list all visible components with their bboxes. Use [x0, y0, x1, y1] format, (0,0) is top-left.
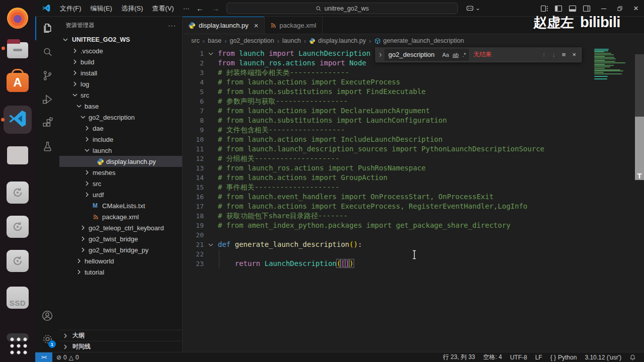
tree-item[interactable]: log	[59, 78, 182, 89]
close-tab-icon[interactable]: ×	[254, 22, 259, 29]
tab-package.xml[interactable]: package.xml	[265, 17, 323, 34]
menu-item-3[interactable]: 查看(V)	[147, 2, 178, 15]
code-line[interactable]: 6# 参数声明与获取-----------------	[183, 97, 644, 106]
close-window-button[interactable]: ×	[628, 0, 644, 17]
tree-item[interactable]: go2_teleop_ctrl_keyboard	[59, 222, 182, 233]
dock-disk-tool-1[interactable]	[6, 180, 30, 205]
code-line[interactable]: 20	[183, 230, 644, 240]
status-item[interactable]: LF	[531, 354, 546, 361]
breadcrumb-item[interactable]: go2_description	[229, 37, 274, 44]
breadcrumb-item[interactable]: display.launch.py	[309, 37, 366, 44]
toggle-replace-icon[interactable]	[376, 47, 384, 62]
find-in-selection-icon[interactable]: ≡	[562, 51, 566, 58]
tree-item[interactable]: install	[59, 67, 182, 78]
nav-back-icon[interactable]: ←	[196, 4, 204, 13]
tree-item[interactable]: go2_description	[59, 112, 182, 123]
regex-toggle[interactable]: .*	[461, 52, 467, 58]
dock-terminal[interactable]	[6, 143, 30, 167]
code-line[interactable]: 3# 封装终端指令相关类--------------	[183, 68, 644, 77]
breadcrumb-item[interactable]: launch	[282, 37, 301, 44]
tree-item[interactable]: meshes	[59, 167, 182, 178]
status-item[interactable]: UTF-8	[506, 354, 531, 361]
code-line[interactable]: 21def generate_launch_description():	[183, 240, 644, 249]
tree-item[interactable]: MCMakeLists.txt	[59, 200, 182, 211]
code-line[interactable]: 17# from launch.actions import ExecutePr…	[183, 202, 644, 211]
whole-word-toggle[interactable]: ab	[451, 52, 459, 58]
dock-disk-tool-2[interactable]	[6, 215, 30, 239]
activity-extensions[interactable]	[35, 111, 59, 135]
status-item[interactable]: 空格: 4	[479, 353, 506, 361]
code-line[interactable]: 18# 获取功能包下share目录路径-------	[183, 211, 644, 221]
code-line[interactable]: 9# 文件包含相关------------------	[183, 125, 644, 135]
code-line[interactable]: 14# from launch.actions import GroupActi…	[183, 173, 644, 183]
toggle-primary-sidebar-icon[interactable]	[554, 5, 562, 13]
status-item[interactable]	[625, 354, 640, 361]
menu-item-2[interactable]: 选择(S)	[117, 2, 147, 15]
tree-item[interactable]: src	[59, 89, 182, 101]
code-editor[interactable]: 1from launch import LaunchDescription2fr…	[183, 47, 644, 268]
tree-item[interactable]: go2_twist_bridge	[59, 233, 182, 244]
menu-more-icon[interactable]: ···	[179, 3, 194, 14]
dock-vscode[interactable]	[4, 106, 32, 134]
find-next-icon[interactable]: ↓	[552, 51, 555, 58]
code-line[interactable]: 8# from launch.substitutions import Laun…	[183, 116, 644, 125]
code-line[interactable]: 10# from launch.actions import IncludeLa…	[183, 135, 644, 144]
code-line[interactable]: 11# from launch.launch_description_sourc…	[183, 144, 644, 154]
activity-run-debug[interactable]	[35, 87, 59, 111]
minimap[interactable]	[592, 49, 635, 129]
match-case-toggle[interactable]: Aa	[441, 52, 450, 58]
tree-item[interactable]: build	[59, 56, 182, 67]
status-item[interactable]: { }Python	[546, 354, 581, 361]
dock-file-manager[interactable]	[6, 36, 30, 60]
breadcrumb-item[interactable]: generate_launch_description	[374, 37, 464, 44]
code-line[interactable]: 19# from ament_index_python.packages imp…	[183, 221, 644, 230]
customize-layout-icon[interactable]	[540, 5, 548, 13]
code-line[interactable]: 7# from launch.actions import DeclareLau…	[183, 106, 644, 116]
settings-button[interactable]: 1	[35, 327, 59, 351]
find-previous-icon[interactable]: ↑	[542, 51, 546, 58]
activity-explorer[interactable]	[35, 17, 59, 40]
toggle-panel-icon[interactable]	[569, 5, 577, 13]
breadcrumb-item[interactable]: src	[191, 37, 200, 44]
activity-testing[interactable]	[35, 135, 59, 158]
dock-show-applications[interactable]	[6, 333, 30, 357]
command-center-search[interactable]: unitree_go2_ws	[226, 3, 458, 14]
fold-chevron-icon[interactable]	[207, 50, 215, 58]
tree-item[interactable]: go2_twist_bridge_py	[59, 244, 182, 255]
code-line[interactable]: 13# from launch_ros.actions import PushR…	[183, 163, 644, 173]
tree-item[interactable]: include	[59, 134, 182, 145]
tree-item[interactable]: src	[59, 178, 182, 189]
code-line[interactable]: 16# from launch.event_handlers import On…	[183, 192, 644, 202]
status-item[interactable]: 行 23, 列 33	[439, 353, 479, 361]
close-find-icon[interactable]: ×	[572, 51, 576, 58]
tree-item[interactable]: .vscode	[59, 45, 182, 56]
dock-ssd-drive[interactable]: SSD	[6, 286, 30, 310]
breadcrumb-item[interactable]: base	[208, 37, 221, 44]
more-actions-icon[interactable]: ···	[168, 22, 176, 29]
problems-status[interactable]: ⊘ 0 △ 0	[52, 354, 83, 361]
copilot-button[interactable]: ⌄	[465, 4, 480, 13]
code-line[interactable]: 15# 事件相关--------------------	[183, 183, 644, 192]
dock-disk-tool-3[interactable]	[6, 249, 30, 273]
nav-forward-icon[interactable]: →	[212, 4, 219, 13]
code-line[interactable]: 5# from launch.substitutions import Find…	[183, 87, 644, 97]
sidebar-section-时间线[interactable]: 时间线	[59, 341, 182, 352]
menu-item-0[interactable]: 文件(F)	[55, 2, 86, 15]
find-input[interactable]: go2_description Aa ab .*	[384, 49, 469, 61]
activity-search[interactable]	[35, 40, 59, 64]
tree-item[interactable]: launch	[59, 145, 182, 156]
status-item[interactable]: 3.10.12 ('usr')	[581, 354, 625, 361]
tab-display.launch.py[interactable]: display.launch.py×	[183, 17, 265, 34]
tree-root-unitree-go2-ws[interactable]: UNITREE_GO2_WS	[59, 34, 182, 45]
tree-item[interactable]: package.xml	[59, 211, 182, 222]
account-button[interactable]	[35, 304, 59, 327]
dock-firefox[interactable]	[6, 6, 30, 30]
dock-ubuntu-software[interactable]	[6, 69, 30, 93]
menu-item-1[interactable]: 编辑(E)	[86, 2, 117, 15]
code-line[interactable]: 12# 分组相关--------------------	[183, 154, 644, 163]
code-line[interactable]: 4# from launch.actions import ExecutePro…	[183, 77, 644, 87]
activity-source-control[interactable]	[35, 64, 59, 87]
tree-item[interactable]: tutorial	[59, 266, 182, 278]
remote-indicator[interactable]: ><	[35, 352, 52, 362]
fold-chevron-icon[interactable]	[207, 241, 215, 249]
